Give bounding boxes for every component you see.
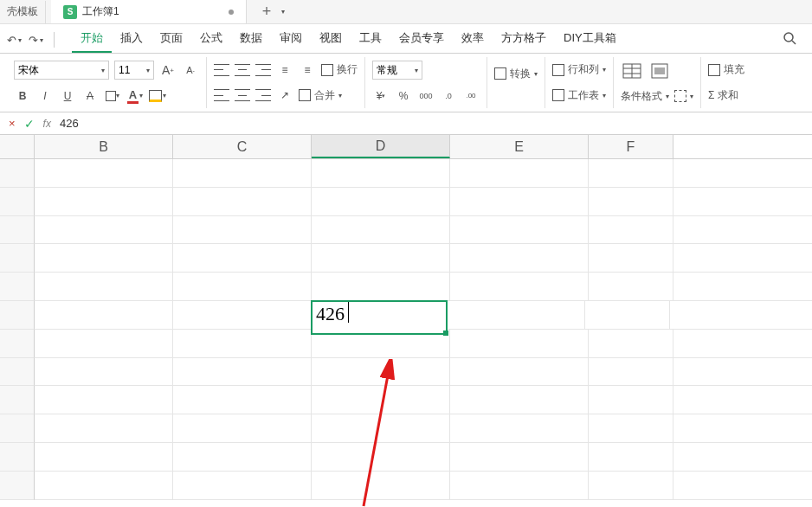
menu-item-4[interactable]: 数据 [231, 25, 271, 53]
formula-input[interactable] [60, 117, 803, 130]
cell-F5[interactable] [589, 273, 673, 300]
cell-E5[interactable] [450, 273, 589, 300]
fill-down-button[interactable]: ▾ [674, 90, 693, 102]
cell-B3[interactable] [35, 216, 173, 244]
row-header[interactable] [0, 358, 35, 387]
strikethrough-button[interactable]: A [81, 87, 99, 105]
cell-D9[interactable] [312, 386, 450, 414]
cell-E8[interactable] [450, 358, 589, 386]
cell-E10[interactable] [450, 414, 589, 442]
currency-button[interactable]: ¥▾ [372, 87, 390, 105]
row-header[interactable] [0, 330, 35, 358]
worksheet-button[interactable]: 工作表▾ [552, 88, 606, 103]
cell-C7[interactable] [173, 330, 312, 357]
tab-menu-chevron-icon[interactable]: ▾ [281, 8, 285, 16]
menu-item-1[interactable]: 插入 [112, 25, 151, 53]
align-center-button[interactable] [235, 89, 250, 101]
row-header[interactable] [0, 386, 35, 414]
menu-item-2[interactable]: 页面 [151, 25, 191, 53]
cell-D2[interactable] [312, 188, 450, 215]
cell-B9[interactable] [35, 386, 173, 414]
font-name-select[interactable]: 宋体▾ [14, 61, 109, 80]
cell-D11[interactable] [312, 443, 450, 471]
cells-area[interactable]: 426 [35, 159, 812, 500]
cell-D4[interactable] [312, 244, 450, 272]
cell-B8[interactable] [35, 358, 173, 386]
col-header-E[interactable]: E [450, 135, 589, 158]
bold-button[interactable]: B [14, 87, 31, 105]
cell-B12[interactable] [35, 472, 173, 499]
cell-C1[interactable] [173, 159, 312, 187]
cell-E2[interactable] [450, 188, 589, 215]
align-top-button[interactable] [214, 64, 229, 76]
undo-button[interactable]: ↶▾ [7, 34, 22, 47]
merge-cells-button[interactable]: 合并▾ [299, 88, 342, 103]
cell-B7[interactable] [35, 330, 173, 357]
decrease-decimal-button[interactable]: .0 [440, 87, 457, 105]
row-header[interactable] [0, 159, 35, 188]
cell-F10[interactable] [589, 414, 673, 442]
search-icon[interactable] [774, 26, 805, 53]
menu-item-6[interactable]: 视图 [311, 25, 351, 53]
cell-D1[interactable] [312, 159, 450, 187]
cell-C12[interactable] [173, 472, 312, 499]
cancel-edit-button[interactable]: × [9, 117, 16, 130]
decrease-font-button[interactable]: A- [182, 61, 199, 79]
cell-B2[interactable] [35, 188, 173, 215]
cell-F11[interactable] [589, 443, 673, 471]
accept-edit-button[interactable]: ✓ [24, 117, 35, 131]
indent-increase-button[interactable]: ≡ [299, 61, 316, 79]
cell-F2[interactable] [589, 188, 673, 215]
cell-E12[interactable] [450, 472, 589, 499]
cell-C4[interactable] [173, 244, 312, 272]
border-button[interactable]: ▾ [104, 87, 121, 105]
menu-item-3[interactable]: 公式 [191, 25, 231, 53]
fill-color-button[interactable]: ▾ [149, 87, 166, 105]
font-color-button[interactable]: A▾ [126, 87, 144, 105]
cell-E11[interactable] [450, 443, 589, 471]
fill-button[interactable]: 填充 [708, 62, 744, 77]
cell-C9[interactable] [173, 386, 312, 414]
col-header-F[interactable]: F [589, 135, 673, 158]
cell-D5[interactable] [312, 273, 450, 300]
col-header-B[interactable]: B [35, 135, 173, 158]
comma-style-button[interactable]: 000 [417, 87, 435, 105]
cell-F9[interactable] [589, 386, 673, 414]
cell-C3[interactable] [173, 216, 312, 244]
fx-icon[interactable]: fx [43, 118, 51, 130]
font-size-select[interactable]: 11▾ [114, 61, 154, 80]
cell-C2[interactable] [173, 188, 312, 215]
cell-B11[interactable] [35, 443, 173, 471]
cell-F7[interactable] [589, 330, 673, 357]
cell-E4[interactable] [450, 244, 589, 272]
row-header[interactable] [0, 273, 35, 301]
increase-font-button[interactable]: A+ [159, 61, 177, 79]
row-header[interactable] [0, 244, 35, 273]
cell-F3[interactable] [589, 216, 673, 244]
row-header[interactable] [0, 443, 35, 472]
cell-B10[interactable] [35, 414, 173, 442]
menu-item-8[interactable]: 会员专享 [390, 25, 453, 53]
autosum-button[interactable]: Σ 求和 [708, 88, 738, 103]
cell-D10[interactable] [312, 414, 450, 442]
underline-button[interactable]: U [59, 87, 76, 105]
cell-style-icon[interactable] [648, 62, 671, 80]
cell-C6[interactable] [173, 301, 312, 329]
cell-D12[interactable] [312, 472, 450, 499]
row-header[interactable] [0, 472, 35, 500]
cell-C10[interactable] [173, 414, 312, 442]
align-right-button[interactable] [255, 89, 271, 101]
orientation-button[interactable]: ↗ [276, 87, 293, 104]
cell-B1[interactable] [35, 159, 173, 187]
cell-F1[interactable] [589, 159, 673, 187]
cell-E9[interactable] [450, 386, 589, 414]
cell-B6[interactable] [35, 301, 173, 329]
align-middle-button[interactable] [235, 64, 250, 76]
cell-C8[interactable] [173, 358, 312, 386]
convert-button[interactable]: 转换▾ [494, 67, 538, 81]
menu-item-10[interactable]: 方方格子 [493, 25, 555, 53]
cell-B4[interactable] [35, 244, 173, 272]
cell-C5[interactable] [173, 273, 312, 300]
cell-E3[interactable] [450, 216, 589, 244]
align-bottom-button[interactable] [255, 64, 271, 76]
